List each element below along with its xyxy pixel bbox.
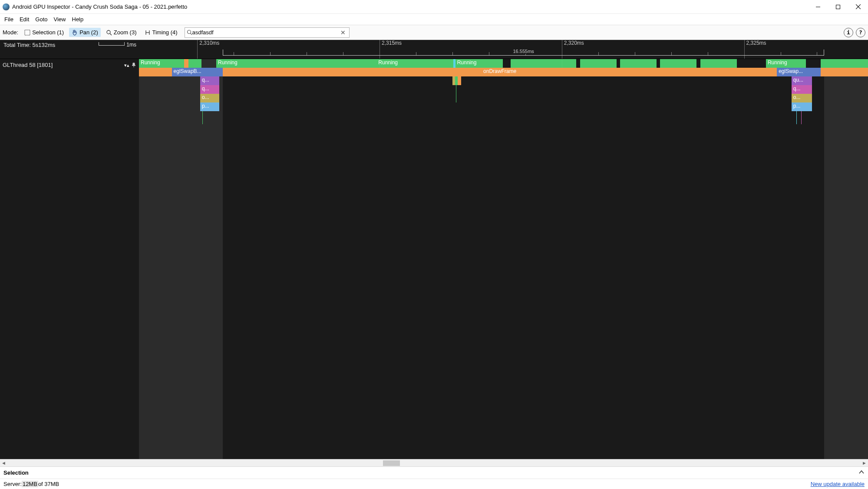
slice-ondrawframe-next[interactable] xyxy=(821,68,868,76)
zoom-icon xyxy=(106,30,112,36)
mode-selection[interactable]: Selection (1) xyxy=(22,28,66,37)
update-available-link[interactable]: New update available xyxy=(811,481,865,487)
mode-pan-label: Pan (2) xyxy=(79,29,98,36)
slice-running[interactable] xyxy=(821,59,868,68)
slice-running[interactable]: Running xyxy=(766,59,806,68)
menu-goto[interactable]: Goto xyxy=(33,15,50,24)
menu-file[interactable]: File xyxy=(2,15,16,24)
ruler-tick-label: 2,310ms xyxy=(199,40,219,46)
slice-q[interactable]: q... xyxy=(792,85,812,94)
scrollbar-thumb[interactable] xyxy=(383,460,400,466)
slice-ondrawframe[interactable]: onDrawFrame xyxy=(223,68,777,76)
slice-qu[interactable]: qu... xyxy=(792,76,812,85)
svg-rect-1 xyxy=(836,5,840,9)
mode-zoom-label: Zoom (3) xyxy=(114,29,137,36)
thread-collapse-icon[interactable]: ▾▴ xyxy=(124,63,129,69)
vmark xyxy=(202,111,203,124)
vmark xyxy=(456,85,456,102)
slice-q[interactable]: q... xyxy=(200,76,219,85)
app-icon xyxy=(3,3,10,10)
window-close-button[interactable] xyxy=(848,0,868,13)
selection-shade-right xyxy=(824,59,868,459)
mode-zoom[interactable]: Zoom (3) xyxy=(103,28,139,37)
slice-running[interactable] xyxy=(700,59,737,68)
total-time-label: Total Time: 5s132ms xyxy=(3,42,55,48)
timeline-area: Total Time: 5s132ms 1ms 2,310ms 2,315ms … xyxy=(0,40,868,459)
svg-line-6 xyxy=(110,33,112,35)
slice-running[interactable]: Running xyxy=(455,59,503,68)
svg-line-11 xyxy=(190,33,192,35)
maximize-icon xyxy=(836,5,840,9)
timeline-ruler[interactable]: 2,310ms 2,315ms 2,320ms 2,325ms xyxy=(139,40,868,59)
thread-pin-icon[interactable] xyxy=(131,63,136,69)
search-clear-button[interactable]: ✕ xyxy=(339,29,347,36)
svg-rect-4 xyxy=(25,30,30,35)
slice-running[interactable] xyxy=(620,59,657,68)
search-box: ✕ xyxy=(185,27,350,38)
server-mem-used: 12MB xyxy=(22,481,38,487)
mode-timing-label: Timing (4) xyxy=(152,29,178,36)
slice-wait[interactable] xyxy=(184,59,188,68)
svg-point-5 xyxy=(107,30,110,34)
slice-running[interactable]: Running xyxy=(139,59,184,68)
slice-running[interactable] xyxy=(188,59,201,68)
ruler-tick-label: 2,315ms xyxy=(382,40,402,46)
menu-help[interactable]: Help xyxy=(69,15,86,24)
mode-selection-label: Selection (1) xyxy=(32,29,64,36)
server-label: Server: xyxy=(3,481,22,487)
timing-icon xyxy=(145,30,151,36)
scroll-left-button[interactable]: ◄ xyxy=(0,460,7,466)
slice-running[interactable]: Running xyxy=(376,59,453,68)
menu-view[interactable]: View xyxy=(51,15,69,24)
slice-running[interactable] xyxy=(511,59,576,68)
slice-running[interactable] xyxy=(660,59,696,68)
tracks-body: GLThread 58 [1801] ▾▴ Running Running Ru… xyxy=(0,59,868,459)
track-canvas[interactable]: Running Running Running Running Running … xyxy=(139,59,868,459)
window-minimize-button[interactable] xyxy=(808,0,828,13)
ruler-tick-label: 2,320ms xyxy=(564,40,584,46)
slice-running[interactable]: Running xyxy=(216,59,376,68)
mode-label: Mode: xyxy=(3,29,18,36)
track-label-col: GLThread 58 [1801] ▾▴ xyxy=(0,59,139,459)
slice-q[interactable]: q... xyxy=(200,85,219,94)
search-icon xyxy=(187,30,192,35)
selection-shade-left xyxy=(139,59,223,459)
scrollbar-track[interactable] xyxy=(7,459,861,466)
window-title: Android GPU Inspector - Candy Crush Soda… xyxy=(12,3,808,10)
slice-p[interactable]: p... xyxy=(200,102,219,111)
scroll-right-button[interactable]: ► xyxy=(861,460,868,466)
slice-ondrawframe-prev[interactable] xyxy=(139,68,172,76)
vmark xyxy=(801,111,802,124)
frame-span-bracket: 16.555ms xyxy=(223,50,824,56)
help-button[interactable]: ? xyxy=(856,28,865,37)
window-maximize-button[interactable] xyxy=(828,0,848,13)
menu-edit[interactable]: Edit xyxy=(17,15,32,24)
slice-eglswapbuffers[interactable]: eglSwap... xyxy=(777,68,821,76)
close-icon xyxy=(856,4,861,9)
server-mem-total: of 37MB xyxy=(38,481,59,487)
ruler-tick-label: 2,325ms xyxy=(746,40,766,46)
toolbar: Mode: Selection (1) Pan (2) Zoom (3) Tim… xyxy=(0,25,868,40)
svg-point-10 xyxy=(187,30,191,34)
timeline-header: Total Time: 5s132ms 1ms 2,310ms 2,315ms … xyxy=(0,40,868,59)
slice-p[interactable]: p... xyxy=(792,102,812,111)
timeline-header-left: Total Time: 5s132ms 1ms xyxy=(0,40,139,59)
selection-panel-chevron-icon[interactable] xyxy=(858,469,865,476)
horizontal-scrollbar[interactable]: ◄ ► xyxy=(0,459,868,466)
selection-panel-header[interactable]: Selection xyxy=(0,466,868,479)
slice-o[interactable]: o... xyxy=(792,94,812,102)
mode-timing[interactable]: Timing (4) xyxy=(142,28,180,37)
status-bar: Server: 12MB of 37MB New update availabl… xyxy=(0,479,868,489)
mode-pan[interactable]: Pan (2) xyxy=(69,28,101,37)
slice-o[interactable]: o... xyxy=(200,94,219,102)
slice-small[interactable] xyxy=(458,76,461,85)
scale-legend: 1ms xyxy=(99,42,136,48)
slice-running[interactable] xyxy=(580,59,617,68)
minimize-icon xyxy=(816,5,820,9)
info-button[interactable]: i xyxy=(844,28,853,37)
frame-span-label: 16.555ms xyxy=(512,49,536,54)
search-input[interactable] xyxy=(192,29,339,36)
slice-eglswapbuffers[interactable]: eglSwapB... xyxy=(172,68,223,76)
pan-icon xyxy=(72,30,78,36)
window-buttons xyxy=(808,0,868,13)
